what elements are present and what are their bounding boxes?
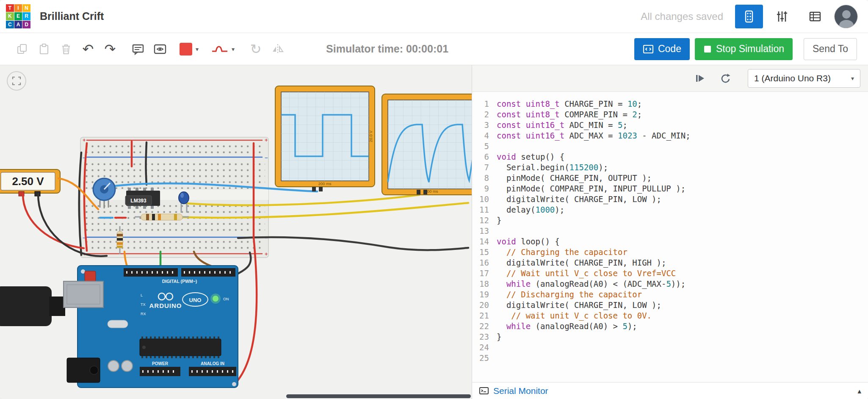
wire-color-dropdown[interactable]: ▾ (175, 40, 203, 58)
send-to-button[interactable]: Send To (804, 38, 857, 60)
line-content: void setup() { (497, 152, 564, 162)
line-content: digitalWrite( CHARGE_PIN, HIGH ); (497, 258, 666, 268)
code-button[interactable]: Code (634, 38, 690, 60)
line-content: Serial.begin(115200); (497, 162, 608, 173)
copy-button[interactable] (11, 38, 33, 60)
restart-button[interactable] (716, 69, 734, 88)
circuit-canvas[interactable]: 2.50 V + − − + + − (0, 65, 472, 399)
chevron-down-icon: ▾ (851, 75, 854, 82)
fit-view-icon (11, 75, 22, 86)
step-button[interactable] (690, 69, 709, 88)
circuit-scene: 2.50 V + − − + + − (0, 65, 472, 399)
rotate-button[interactable]: ↻ (245, 38, 267, 60)
code-line: 17 // Wait until V_c close to Vref=VCC (472, 268, 868, 279)
line-content: const uint16_t ADC_MAX = 1023 - ADC_MIN; (497, 130, 691, 141)
line-content: digitalWrite( CHARGE_PIN, LOW ); (497, 194, 661, 205)
wire-black-jumper[interactable] (146, 142, 147, 185)
arduino-model-label: UNO (189, 297, 202, 303)
code-line: 24 (472, 342, 868, 353)
line-content: pinMode( COMPARE_PIN, INPUT_PULLUP ); (497, 183, 686, 194)
wire-black-long[interactable] (238, 237, 468, 250)
crystal-oscillator (108, 320, 128, 328)
reset-button[interactable] (85, 271, 96, 281)
scope1-terminal[interactable] (312, 187, 316, 191)
line-number: 13 (472, 226, 497, 236)
line-number: 20 (472, 300, 497, 310)
line-content: // wait unit V_c close to 0V. (497, 310, 652, 321)
code-line: 7 Serial.begin(115200); (472, 162, 868, 173)
zoom-to-fit-button[interactable] (7, 71, 26, 91)
capacitor-can (122, 360, 133, 371)
notes-button[interactable] (127, 38, 149, 60)
serial-monitor-bar[interactable]: Serial Monitor ▴ (472, 382, 868, 399)
undo-button[interactable]: ↶ (77, 38, 99, 60)
atmega-chip (140, 339, 221, 356)
line-content: // Discharging the capacitor (497, 289, 642, 300)
line-number: 18 (472, 279, 497, 289)
tinkercad-logo[interactable]: TINKERCAD (6, 4, 30, 29)
user-avatar[interactable] (834, 5, 858, 28)
line-content: // Wait until V_c close to Vref=VCC (497, 268, 676, 279)
serial-monitor-icon (479, 386, 489, 396)
wire-red-arduino[interactable] (237, 237, 257, 381)
design-title[interactable]: Brilliant Crift (40, 10, 104, 22)
code-line: 21 // wait unit V_c close to 0V. (472, 310, 868, 321)
schematic-view-button[interactable] (768, 5, 796, 28)
line-number: 14 (472, 236, 497, 247)
code-line: 23} (472, 332, 868, 342)
scope1-time-label: 200 ms (318, 181, 331, 186)
paste-button[interactable] (33, 38, 55, 60)
circuit-view-button[interactable] (735, 5, 763, 28)
send-to-label: Send To (813, 43, 848, 55)
list-view-button[interactable] (801, 5, 829, 28)
line-content: const uint16_t ADC_MIN = 5; (497, 120, 628, 130)
code-line: 10 digitalWrite( CHARGE_PIN, LOW ); (472, 194, 868, 205)
wire-red-probe[interactable] (23, 194, 84, 248)
resistor-horizontal[interactable] (135, 214, 189, 220)
code-line: 8 pinMode( CHARGE_PIN, OUTPUT ); (472, 173, 868, 183)
arduino-uno[interactable]: DIGITAL (PWM~) ARDUINO UNO (64, 266, 238, 388)
copy-icon (15, 42, 29, 56)
delete-button[interactable] (55, 38, 77, 60)
code-line: 13 (472, 226, 868, 236)
led-label-l: L (141, 293, 143, 297)
rail-plus-label: + (265, 137, 268, 143)
chip-label: LM393 (130, 198, 147, 204)
stop-icon (703, 45, 712, 53)
logo-cell: N (22, 4, 30, 12)
scope2-terminal[interactable] (423, 190, 427, 194)
code-line: 18 while (analogRead(A0) < (ADC_MAX-5)); (472, 279, 868, 289)
stop-simulation-button[interactable]: Stop Simulation (695, 38, 793, 60)
redo-button[interactable]: ↷ (99, 38, 121, 60)
mirror-button[interactable] (267, 38, 289, 60)
canvas-h-scrollbar[interactable] (286, 394, 471, 398)
oscilloscope-1[interactable]: 200 ms 20.0 V (275, 86, 375, 191)
wire-style-dropdown[interactable]: ▾ (207, 42, 239, 57)
simulation-toolbar: ↶ ↷ ▾ ▾ ↻ Simulator time: 00:00:01 (0, 33, 868, 65)
led-label-rx: RX (141, 312, 146, 316)
multimeter[interactable]: 2.50 V (0, 169, 60, 196)
code-line: 3const uint16_t ADC_MIN = 5; (472, 120, 868, 130)
usb-cable[interactable] (0, 286, 65, 326)
simulator-time: Simulator time: 00:00:01 (326, 43, 448, 55)
code-line: 2const uint8_t COMPARE_PIN = 2; (472, 109, 868, 120)
line-content: delay(1000); (497, 205, 564, 215)
comparator-chip[interactable]: LM393 (125, 188, 160, 209)
collapse-caret-icon[interactable]: ▴ (857, 387, 861, 395)
line-number: 24 (472, 342, 497, 353)
line-number: 2 (472, 109, 497, 120)
code-lines: 1const uint8_t CHARGE_PIN = 10;2const ui… (472, 99, 868, 363)
oscilloscope-2[interactable]: 200 ms (382, 94, 472, 195)
scope1-terminal[interactable] (319, 187, 323, 191)
logo-cell: A (14, 21, 22, 29)
logo-cell: R (22, 12, 30, 20)
digital-header-label: DIGITAL (PWM~) (162, 279, 197, 284)
annotation-visibility-button[interactable] (149, 38, 171, 60)
code-button-label: Code (658, 43, 681, 55)
analog-header-label: ANALOG IN (201, 361, 224, 366)
code-line: 1const uint8_t CHARGE_PIN = 10; (472, 99, 868, 109)
line-content: const uint8_t COMPARE_PIN = 2; (497, 109, 642, 120)
scope2-terminal[interactable] (417, 190, 420, 194)
code-editor[interactable]: 1const uint8_t CHARGE_PIN = 10;2const ui… (472, 92, 868, 382)
board-selector[interactable]: 1 (Arduino Uno R3) ▾ (748, 69, 860, 88)
